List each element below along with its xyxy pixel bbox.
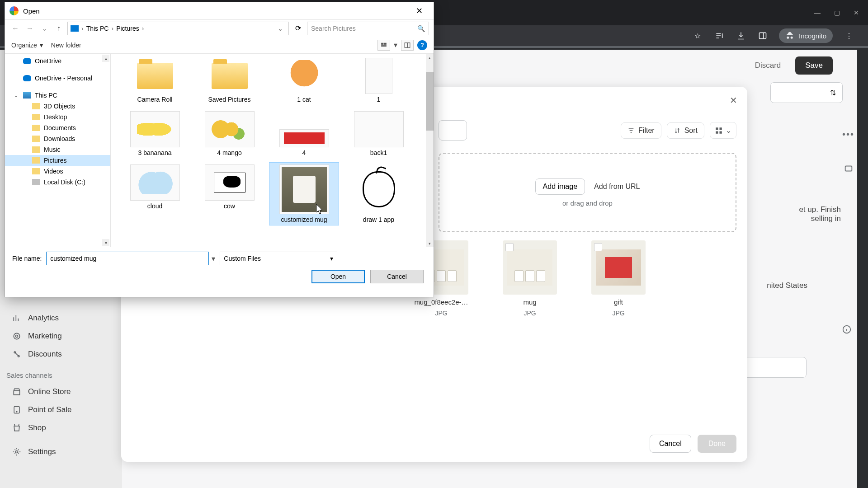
- tree-item-music[interactable]: Music: [5, 144, 110, 155]
- svg-point-4: [16, 411, 17, 412]
- file-grid: Camera Roll Saved Pictures 1 cat 1 3 ban…: [111, 54, 434, 247]
- discounts-icon: [12, 349, 22, 359]
- window-minimize-icon[interactable]: ―: [814, 9, 821, 16]
- dropzone[interactable]: Add image Add from URL or drag and drop: [439, 153, 736, 232]
- filetype-select[interactable]: Custom Files▾: [220, 252, 337, 265]
- attachment-icon[interactable]: [844, 164, 854, 175]
- sidebar-item-analytics[interactable]: Analytics: [0, 309, 122, 327]
- svg-rect-10: [716, 131, 718, 133]
- tree-item-desktop[interactable]: Desktop: [5, 112, 110, 122]
- preview-pane-button[interactable]: [401, 40, 414, 51]
- download-icon[interactable]: [736, 30, 746, 41]
- open-button[interactable]: Open: [311, 270, 365, 283]
- view-mode-button[interactable]: [377, 40, 390, 51]
- add-from-url-button[interactable]: Add from URL: [594, 178, 640, 195]
- pos-icon: [12, 405, 22, 415]
- cancel-button[interactable]: Cancel: [370, 270, 424, 283]
- reading-list-icon[interactable]: [714, 30, 725, 41]
- pc-icon: [71, 25, 79, 32]
- breadcrumb[interactable]: › This PC › Pictures › ⌄: [67, 22, 289, 35]
- file-item[interactable]: back1: [344, 109, 414, 159]
- tree-item-3dobjects[interactable]: 3D Objects: [5, 101, 110, 112]
- file-item[interactable]: Camera Roll: [120, 56, 190, 105]
- tree-item-downloads[interactable]: Downloads: [5, 133, 110, 144]
- sidebar-item-marketing[interactable]: Marketing: [0, 327, 122, 345]
- view-toggle[interactable]: ⌄: [710, 122, 736, 139]
- sidebar-label: Marketing: [28, 332, 62, 341]
- add-image-button[interactable]: Add image: [535, 178, 585, 195]
- sidebar-item-discounts[interactable]: Discounts: [0, 345, 122, 363]
- file-item[interactable]: 4 mango: [194, 109, 264, 159]
- tree-item-documents[interactable]: Documents: [5, 122, 110, 133]
- tree-item-onedrive-personal[interactable]: OneDrive - Personal: [5, 73, 110, 84]
- info-icon[interactable]: [842, 324, 852, 336]
- file-item[interactable]: Saved Pictures: [194, 56, 264, 105]
- search-box[interactable]: [439, 120, 467, 141]
- file-item[interactable]: 1 cat: [269, 56, 339, 105]
- scroll-down-icon[interactable]: ▾: [426, 239, 434, 247]
- select-field[interactable]: ⇅: [770, 82, 843, 103]
- scroll-up-icon[interactable]: ▴: [426, 54, 434, 61]
- store-icon: [12, 387, 22, 397]
- discard-button[interactable]: Discard: [747, 56, 789, 75]
- tree-item-videos[interactable]: Videos: [5, 166, 110, 177]
- nav-back-icon[interactable]: ←: [9, 23, 21, 34]
- dialog-close-button[interactable]: ✕: [410, 3, 429, 19]
- star-icon[interactable]: ☆: [692, 30, 703, 41]
- file-item[interactable]: 1: [344, 56, 414, 105]
- sort-button[interactable]: Sort: [667, 122, 704, 139]
- help-icon[interactable]: ?: [417, 40, 427, 50]
- save-button[interactable]: Save: [795, 56, 833, 75]
- new-folder-button[interactable]: New folder: [51, 42, 81, 49]
- tree-item-localdisk[interactable]: Local Disk (C:): [5, 177, 110, 188]
- breadcrumb-segment[interactable]: This PC: [86, 25, 109, 32]
- tree-item-pictures[interactable]: Pictures: [5, 155, 110, 166]
- chevron-down-icon[interactable]: ▾: [212, 254, 215, 263]
- search-input[interactable]: Search Pictures 🔍: [307, 22, 429, 35]
- nav-up-icon[interactable]: ↑: [53, 23, 65, 34]
- tree-item-onedrive[interactable]: OneDrive: [5, 56, 110, 66]
- file-item[interactable]: cow: [194, 162, 264, 225]
- file-item[interactable]: cloud: [120, 162, 190, 225]
- file-item[interactable]: gift JPG: [591, 240, 646, 317]
- filter-button[interactable]: Filter: [621, 122, 661, 139]
- scrollbar[interactable]: ▴ ▾: [426, 54, 434, 247]
- svg-rect-8: [716, 127, 718, 130]
- window-maximize-icon[interactable]: ▢: [834, 9, 840, 16]
- window-close-icon[interactable]: ✕: [854, 9, 859, 16]
- organize-menu[interactable]: Organize▾: [11, 42, 43, 49]
- breadcrumb-segment[interactable]: Pictures: [116, 25, 139, 32]
- chevron-down-icon[interactable]: ▾: [394, 41, 397, 49]
- sidebar-label: Analytics: [28, 314, 59, 323]
- chevron-down-icon[interactable]: ⌄: [275, 25, 286, 32]
- scroll-down-icon[interactable]: ▾: [102, 239, 109, 246]
- filename-input[interactable]: [46, 252, 209, 265]
- sidepanel-icon[interactable]: [757, 30, 768, 41]
- scroll-up-icon[interactable]: ▴: [102, 55, 109, 62]
- cancel-button[interactable]: Cancel: [650, 435, 691, 453]
- sidebar-item-onlinestore[interactable]: Online Store: [0, 383, 122, 401]
- close-button[interactable]: ✕: [730, 95, 737, 106]
- svg-rect-15: [381, 46, 387, 47]
- tree-item-thispc[interactable]: This PC: [5, 90, 110, 101]
- refresh-icon[interactable]: ⟳: [292, 22, 304, 35]
- sidebar-item-pos[interactable]: Point of Sale: [0, 401, 122, 419]
- sidebar-item-settings[interactable]: Settings: [0, 443, 122, 461]
- sidebar-section: Sales channels: [0, 363, 122, 383]
- file-item-selected[interactable]: customized mug: [269, 162, 339, 225]
- file-item[interactable]: 4: [269, 109, 339, 159]
- file-item[interactable]: mug JPG: [503, 240, 557, 317]
- file-item[interactable]: 3 bananana: [120, 109, 190, 159]
- checkbox[interactable]: [505, 243, 514, 251]
- done-button[interactable]: Done: [698, 435, 736, 453]
- checkbox[interactable]: [594, 243, 602, 251]
- menu-dots-icon[interactable]: ⋮: [844, 30, 854, 41]
- sidebar-item-shop[interactable]: Shop: [0, 419, 122, 437]
- svg-rect-0: [760, 33, 766, 38]
- scroll-thumb[interactable]: [426, 72, 434, 131]
- incognito-badge[interactable]: Incognito: [779, 28, 833, 43]
- folder-icon: [32, 125, 40, 131]
- nav-recent-icon[interactable]: ⌄: [38, 23, 50, 34]
- file-item[interactable]: draw 1 app: [344, 162, 414, 225]
- more-menu-icon[interactable]: •••: [842, 129, 854, 140]
